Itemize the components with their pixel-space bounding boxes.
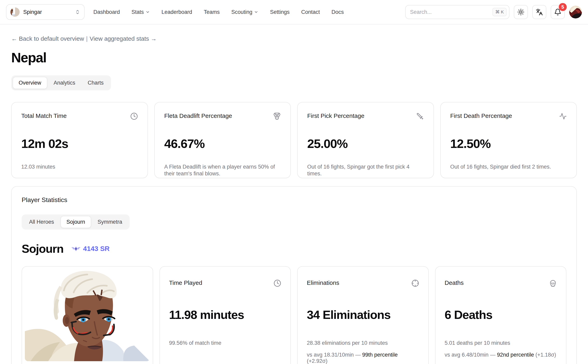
eliminations-card: Eliminations 34 Eliminations 28.38 elimi… (297, 266, 429, 364)
player-statistics-section: Player Statistics All Heroes Sojourn Sym… (11, 186, 577, 364)
card-description: 5.01 deaths per 10 minutes (445, 340, 557, 347)
card-value: 34 Eliminations (307, 308, 419, 322)
card-description: 12.03 minutes (21, 163, 138, 170)
chevron-down-icon (254, 10, 258, 14)
hero-sr-rating: 4143 SR (71, 245, 110, 253)
time-played-card: Time Played 11.98 minutes 99.56% of matc… (160, 266, 291, 364)
percentile-line: vs avg 18.31/10min — 99th percentile (+2… (307, 352, 419, 364)
main-content: ← Back to default overview|View aggregat… (0, 35, 588, 364)
hero-stat-cards-row: Time Played 11.98 minutes 99.56% of matc… (22, 266, 566, 364)
card-title: Total Match Time (21, 112, 67, 119)
tab-sojourn[interactable]: Sojourn (60, 216, 91, 228)
sun-icon (517, 8, 524, 16)
crosshair-icon (411, 280, 419, 287)
view-tabs: Overview Analytics Charts (11, 75, 111, 91)
card-description: Out of 16 fights, Spingar got the first … (307, 163, 424, 177)
user-avatar[interactable] (569, 6, 582, 19)
hero-header: Sojourn 4143 SR (22, 242, 566, 255)
card-value: 12m 02s (21, 136, 138, 151)
clock-icon (274, 280, 281, 287)
theme-toggle-button[interactable] (514, 5, 528, 19)
card-description: Out of 16 fights, Spingar died first 2 t… (450, 163, 567, 170)
search-input[interactable] (410, 9, 492, 15)
tab-analytics[interactable]: Analytics (48, 77, 81, 89)
tab-charts[interactable]: Charts (82, 77, 110, 89)
nav-link-settings[interactable]: Settings (270, 9, 290, 15)
card-description: 99.56% of match time (169, 340, 281, 347)
first-death-card: First Death Percentage 12.50% Out of 16 … (440, 102, 577, 178)
tab-all-heroes[interactable]: All Heroes (23, 216, 60, 228)
card-title: Deaths (445, 280, 464, 286)
team-avatar (10, 7, 20, 17)
medal-icon (273, 112, 281, 120)
card-value: 11.98 minutes (169, 308, 281, 322)
nav-link-contact[interactable]: Contact (301, 9, 320, 15)
card-title: Time Played (169, 280, 202, 286)
hero-portrait-image (25, 269, 150, 361)
card-description: 28.38 eliminations per 10 minutes (307, 340, 419, 347)
nav-links: Dashboard Stats Leaderboard Teams Scouti… (93, 9, 344, 15)
tab-overview[interactable]: Overview (13, 77, 47, 89)
team-selector[interactable]: Spingar (6, 4, 84, 20)
stat-cards-row: Total Match Time 12m 02s 12.03 minutes F… (11, 102, 577, 178)
deaths-card: Deaths 6 Deaths 5.01 deaths per 10 minut… (435, 266, 567, 364)
hero-portrait-card (22, 266, 153, 364)
search-shortcut-kbd: ⌘ K (492, 8, 507, 16)
card-title: First Death Percentage (450, 112, 512, 119)
hero-sr-value: 4143 SR (83, 245, 110, 253)
percentile-line: vs avg 6.48/10min — 92nd percentile (+1.… (445, 352, 557, 358)
card-value: 12.50% (450, 136, 567, 151)
section-title: Player Statistics (22, 196, 566, 204)
top-navigation: Spingar Dashboard Stats Leaderboard Team… (0, 0, 588, 25)
card-value: 46.67% (164, 136, 281, 151)
chevrons-up-down-icon (75, 9, 80, 15)
card-title: Eliminations (307, 280, 339, 286)
team-selector-label: Spingar (23, 9, 42, 15)
notification-count-badge: 5 (559, 3, 567, 11)
hero-tabs: All Heroes Sojourn Symmetra (22, 214, 130, 229)
percentile-value: 99th percentile (362, 352, 398, 358)
fleta-deadlift-card: Fleta Deadlift Percentage 46.67% A Fleta… (154, 102, 291, 178)
page-title: Nepal (11, 50, 577, 65)
nav-actions: ⌘ K 5 (405, 5, 582, 19)
tab-symmetra[interactable]: Symmetra (92, 216, 128, 228)
nav-link-scouting[interactable]: Scouting (231, 9, 258, 15)
breadcrumb: ← Back to default overview|View aggregat… (11, 35, 577, 42)
card-title: First Pick Percentage (307, 112, 364, 119)
nav-link-docs[interactable]: Docs (331, 9, 344, 15)
skull-icon (549, 280, 557, 287)
hero-name: Sojourn (22, 242, 64, 255)
back-to-overview-link[interactable]: ← Back to default overview (11, 35, 84, 42)
nav-link-dashboard[interactable]: Dashboard (93, 9, 120, 15)
languages-icon (536, 8, 543, 16)
activity-icon (559, 112, 567, 120)
percentile-value: 92nd percentile (497, 352, 534, 358)
card-value: 6 Deaths (445, 308, 557, 322)
chevron-down-icon (146, 10, 150, 14)
nav-link-stats[interactable]: Stats (131, 9, 150, 15)
card-title: Fleta Deadlift Percentage (164, 112, 232, 119)
sword-icon (416, 112, 424, 120)
nav-link-leaderboard[interactable]: Leaderboard (162, 9, 192, 15)
total-match-time-card: Total Match Time 12m 02s 12.03 minutes (11, 102, 148, 178)
notifications-button[interactable]: 5 (551, 5, 565, 19)
view-aggregated-stats-link[interactable]: View aggregated stats → (90, 35, 157, 42)
nav-link-teams[interactable]: Teams (204, 9, 220, 15)
rank-badge-icon (71, 245, 81, 252)
card-description: A Fleta Deadlift is when a player earns … (164, 163, 281, 177)
search-box[interactable]: ⌘ K (405, 5, 510, 19)
card-value: 25.00% (307, 136, 424, 151)
language-button[interactable] (532, 5, 546, 19)
breadcrumb-separator: | (86, 35, 88, 42)
first-pick-card: First Pick Percentage 25.00% Out of 16 f… (297, 102, 434, 178)
clock-icon (130, 112, 138, 120)
